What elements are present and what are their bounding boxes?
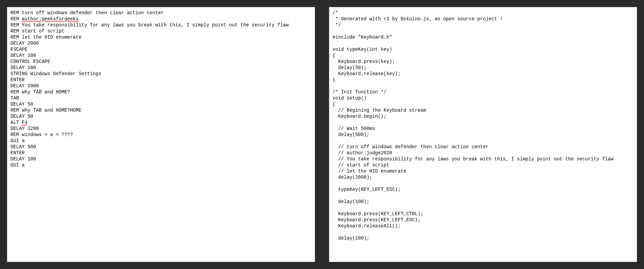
code-line[interactable]: Keyboard.begin(); xyxy=(332,113,634,119)
spellcheck-underline: F4 xyxy=(22,120,28,125)
code-line[interactable]: /* Init function */ xyxy=(332,89,634,95)
code-line[interactable] xyxy=(332,180,634,186)
code-line[interactable]: // Begining the Keyboard stream xyxy=(332,107,634,113)
code-line[interactable]: // You take responsibility for any laws … xyxy=(332,156,634,162)
code-line[interactable]: ENTER xyxy=(10,150,312,156)
code-line[interactable]: { xyxy=(332,101,634,107)
code-line[interactable] xyxy=(332,83,634,89)
code-line[interactable]: // let the HID enumerate xyxy=(332,168,634,174)
code-line[interactable]: TAB xyxy=(10,95,312,101)
code-line[interactable]: delay(100); xyxy=(332,199,634,205)
code-line[interactable]: DELAY 2000 xyxy=(10,83,312,89)
code-line[interactable]: DELAY 100 xyxy=(10,65,312,71)
code-line[interactable]: REM You take responsibility for any laws… xyxy=(10,22,312,28)
code-line[interactable]: delay(100); xyxy=(332,235,634,241)
code-line[interactable] xyxy=(332,138,634,144)
code-line[interactable]: REM let the HID enumerate xyxy=(10,34,312,40)
code-line[interactable]: Keyboard.release(key); xyxy=(332,71,634,77)
code-line[interactable]: DELAY 50 xyxy=(10,113,312,119)
code-line[interactable] xyxy=(332,229,634,235)
spellcheck-underline: author:geeksforgeeks xyxy=(22,16,79,22)
code-line[interactable]: REM start of script xyxy=(10,28,312,34)
code-line[interactable]: GUI a xyxy=(10,138,312,144)
code-line[interactable]: Keyboard.press(KEY_LEFT_ESC); xyxy=(332,217,634,223)
code-line[interactable]: DELAY 2000 xyxy=(10,40,312,46)
code-line[interactable]: { xyxy=(332,52,634,59)
code-line[interactable]: REM author:geeksforgeeks xyxy=(10,16,312,22)
code-line[interactable]: /* xyxy=(332,10,634,16)
code-line[interactable]: DELAY 50 xyxy=(10,101,312,107)
code-line[interactable]: DELAY 500 xyxy=(10,144,312,150)
code-line[interactable]: void setup() xyxy=(332,95,634,101)
code-line[interactable]: REM why TAB and HOME? xyxy=(10,89,312,95)
left-editor-pane[interactable]: REM turn off windows defender then clear… xyxy=(7,7,315,262)
code-line[interactable]: // Wait 500ms xyxy=(332,126,634,132)
code-line[interactable]: REM why TAB and HOME?HOME xyxy=(10,107,312,113)
right-editor-pane[interactable]: /* * Generated with <3 by Dckuino.js, an… xyxy=(329,7,637,262)
code-line[interactable]: void typeKey(int key) xyxy=(332,46,634,52)
code-line[interactable] xyxy=(332,205,634,211)
code-line[interactable]: CONTROL ESCAPE xyxy=(10,59,312,65)
code-line[interactable]: #include "Keyboard.h" xyxy=(332,34,634,40)
code-line[interactable]: DELAY 3200 xyxy=(10,126,312,132)
code-line[interactable]: typeKey(KEY_LEFT_ESC); xyxy=(332,186,634,193)
code-line[interactable]: */ xyxy=(332,22,634,28)
code-line[interactable] xyxy=(332,193,634,199)
code-line[interactable]: ENTER xyxy=(10,77,312,83)
code-line[interactable]: // turn off windows defender then clear … xyxy=(332,144,634,150)
code-line[interactable] xyxy=(332,28,634,34)
code-line[interactable]: // author:judge2020 xyxy=(332,150,634,156)
code-line[interactable]: delay(50); xyxy=(332,65,634,71)
code-line[interactable]: GUI a xyxy=(10,162,312,168)
code-line[interactable]: REM windows + a = ???? xyxy=(10,132,312,138)
code-line[interactable]: } xyxy=(332,77,634,83)
code-line[interactable]: delay(500); xyxy=(332,132,634,138)
code-line[interactable]: REM turn off windows defender then clear… xyxy=(10,10,312,16)
code-line[interactable] xyxy=(332,119,634,126)
code-line[interactable]: delay(2000); xyxy=(332,174,634,180)
code-line[interactable]: // start of script xyxy=(332,162,634,168)
code-line[interactable] xyxy=(332,40,634,46)
code-line[interactable]: DELAY 100 xyxy=(10,52,312,59)
code-line[interactable]: DELAY 100 xyxy=(10,156,312,162)
code-line[interactable]: Keyboard.press(KEY_LEFT_CTRL); xyxy=(332,211,634,217)
code-line[interactable]: Keyboard.press(key); xyxy=(332,59,634,65)
code-line[interactable]: STRING Windows Defender Settings xyxy=(10,71,312,77)
code-line[interactable]: * Generated with <3 by Dckuino.js, an op… xyxy=(332,16,634,22)
code-line[interactable]: ESCAPE xyxy=(10,46,312,52)
code-line[interactable]: ALT F4 xyxy=(10,119,312,126)
code-line[interactable]: Keyboard.releaseAll(); xyxy=(332,223,634,229)
